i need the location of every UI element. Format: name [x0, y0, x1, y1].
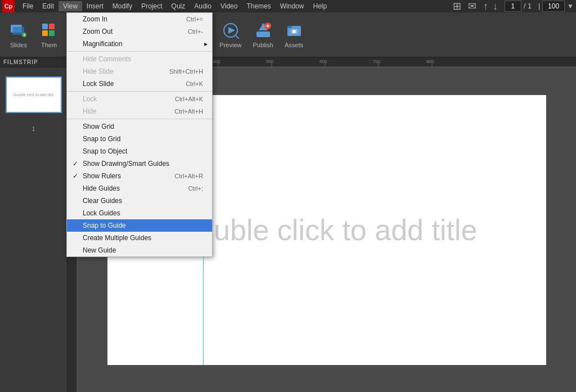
filmstrip-header: FILMSTRIP [0, 57, 67, 67]
svg-rect-7 [49, 30, 55, 36]
menu-item-show-smart-guides[interactable]: ✓ Show Drawing/Smart Guides [68, 157, 212, 170]
toolbar-publish[interactable]: Publish [248, 15, 277, 55]
menu-item-hide-comments: Hide Comments [68, 57, 212, 65]
menu-item-snap-to-guide[interactable]: Snap to Guide [68, 219, 212, 232]
hide-slide-label: Hide Slide [83, 67, 114, 75]
slide-title-placeholder[interactable]: Double click to add title [177, 213, 478, 247]
toolbar-slides[interactable]: + Slides [4, 15, 33, 55]
filmstrip-panel: FILMSTRIP Double click to add title 1 [0, 57, 68, 392]
publish-icon [254, 21, 272, 39]
page-navigation: ⊞ ✉ ↑ ↓ 1 / 1 | 100 ▼ [453, 0, 574, 12]
svg-text:500: 500 [266, 59, 274, 64]
app-logo: Cp [2, 0, 15, 12]
menu-item-clear-guides[interactable]: Clear Guides [68, 195, 212, 207]
menu-themes[interactable]: Themes [242, 1, 275, 11]
filmstrip-slide-1[interactable]: Double click to add title [6, 76, 62, 113]
preview-label: Preview [219, 42, 241, 48]
menu-item-lock-guides[interactable]: Lock Guides [68, 207, 212, 219]
menu-item-hide-slide: Hide Slide Shift+Ctrl+H [68, 65, 212, 78]
lock-slide-label: Lock Slide [83, 80, 114, 88]
menu-video[interactable]: Video [216, 1, 242, 11]
current-page-input[interactable]: 1 [505, 1, 521, 12]
publish-label: Publish [253, 42, 273, 48]
main-area: FILMSTRIP Double click to add title 1 20… [0, 57, 576, 392]
zoom-input[interactable]: 100 [542, 1, 565, 12]
menu-window[interactable]: Window [276, 1, 309, 11]
hide-comments-label: Hide Comments [83, 57, 131, 63]
slides-label: Slides [10, 42, 27, 48]
menu-audio[interactable]: Audio [190, 1, 216, 11]
svg-text:400: 400 [213, 59, 220, 64]
hide-label: Hide [83, 107, 97, 115]
assets-label: Assets [285, 42, 303, 48]
menu-item-hide-guides[interactable]: Hide Guides Ctrl+; [68, 182, 212, 195]
smart-guides-check: ✓ [73, 160, 78, 168]
menu-file[interactable]: File [18, 1, 38, 11]
menu-help[interactable]: Help [308, 1, 331, 11]
hide-slide-shortcut: Shift+Ctrl+H [169, 68, 203, 75]
svg-rect-6 [42, 30, 48, 36]
menu-project[interactable]: Project [137, 1, 166, 11]
menu-item-create-multiple-guides[interactable]: Create Multiple Guides [68, 232, 212, 244]
separator-3 [68, 119, 212, 119]
preview-icon [222, 21, 240, 39]
menu-quiz[interactable]: Quiz [167, 1, 190, 11]
hide-guides-label: Hide Guides [83, 184, 120, 192]
rulers-check: ✓ [73, 172, 78, 180]
svg-text:700: 700 [373, 59, 381, 64]
menu-item-snap-to-grid[interactable]: Snap to Grid [68, 133, 212, 145]
menu-view[interactable]: View [58, 1, 82, 11]
snap-to-guide-label: Snap to Guide [83, 222, 126, 229]
slides-icon: + [10, 21, 28, 39]
svg-text:600: 600 [320, 59, 327, 64]
snap-to-object-label: Snap to Object [83, 147, 127, 155]
svg-rect-25 [256, 31, 270, 37]
toolbar-preview[interactable]: Preview [215, 15, 246, 55]
themes-label: Them [41, 42, 57, 48]
menu-item-lock: Lock Ctrl+Alt+K [68, 93, 212, 105]
separator-2 [68, 91, 212, 92]
clear-guides-label: Clear Guides [83, 197, 122, 205]
menu-item-hide: Hide Ctrl+Alt+H [68, 105, 212, 118]
show-grid-label: Show Grid [83, 123, 114, 130]
toolbar-assets[interactable]: Assets [280, 15, 308, 55]
create-multiple-guides-label: Create Multiple Guides [83, 234, 151, 242]
toolbar-themes[interactable]: Them [35, 15, 63, 55]
svg-rect-4 [42, 24, 48, 29]
menu-modify[interactable]: Modify [108, 1, 137, 11]
svg-rect-30 [287, 26, 292, 28]
new-guide-label: New Guide [83, 246, 116, 254]
lock-guides-label: Lock Guides [83, 209, 120, 217]
lock-shortcut: Ctrl+Alt+K [175, 96, 203, 102]
filmstrip-slide-number: 1 [0, 126, 67, 132]
svg-text:+: + [24, 33, 26, 37]
menu-item-lock-slide[interactable]: Lock Slide Ctrl+K [68, 78, 212, 90]
svg-point-32 [292, 30, 296, 33]
canvas-area: 200 300 400 500 600 700 800 300 40 [68, 57, 576, 392]
svg-marker-24 [228, 27, 235, 34]
show-rulers-shortcut: Ctrl+Alt+R [174, 173, 203, 179]
menu-edit[interactable]: Edit [38, 1, 58, 11]
menu-item-show-grid[interactable]: Show Grid [68, 120, 212, 133]
snap-to-grid-label: Snap to Grid [83, 135, 120, 143]
view-dropdown-menu[interactable]: Zoom In Ctrl+= Zoom Out Ctrl+- Magnifica… [68, 57, 213, 257]
page-separator: / [524, 2, 525, 10]
menu-bar: Cp File Edit View Insert Modify Project … [0, 0, 576, 12]
svg-rect-27 [262, 24, 264, 30]
filmstrip-slide-text: Double click to add title [14, 93, 54, 97]
hide-guides-shortcut: Ctrl+; [188, 185, 203, 192]
svg-rect-5 [49, 24, 55, 29]
menu-item-show-rulers[interactable]: ✓ Show Rulers Ctrl+Alt+R [68, 170, 212, 182]
lock-slide-shortcut: Ctrl+K [186, 80, 203, 87]
show-smart-guides-label: Show Drawing/Smart Guides [83, 160, 169, 168]
hide-shortcut: Ctrl+Alt+H [174, 108, 203, 115]
themes-icon [40, 21, 58, 39]
menu-item-snap-to-object[interactable]: Snap to Object [68, 145, 212, 157]
lock-label: Lock [83, 95, 97, 103]
show-rulers-label: Show Rulers [83, 172, 121, 180]
assets-icon [285, 21, 303, 39]
total-pages: 1 [528, 2, 532, 10]
svg-text:800: 800 [426, 59, 434, 64]
menu-item-new-guide[interactable]: New Guide [68, 244, 212, 256]
menu-insert[interactable]: Insert [82, 1, 108, 11]
